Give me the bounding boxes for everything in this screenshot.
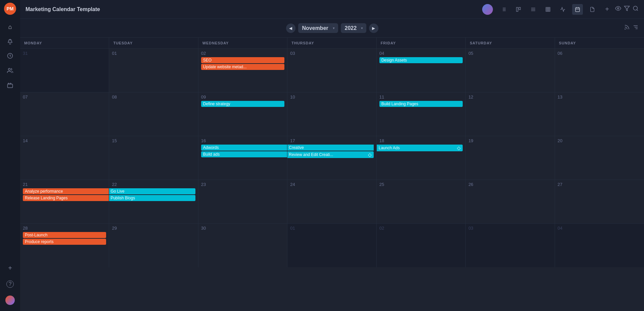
cal-day-nov07[interactable]: 07 xyxy=(20,92,109,136)
calendar-nav: ◀ November 2022 ▶ xyxy=(20,19,644,38)
svg-point-28 xyxy=(625,29,626,30)
activity-view-icon[interactable] xyxy=(557,4,568,15)
cal-day-nov26[interactable]: 26 xyxy=(466,180,555,223)
event-release-landing-pages[interactable]: Release Landing Pages xyxy=(23,195,109,201)
doc-view-icon[interactable] xyxy=(587,4,598,15)
cal-day-nov03[interactable]: 03 xyxy=(287,49,376,92)
svg-line-27 xyxy=(637,9,638,10)
event-define-strategy[interactable]: Define strategy xyxy=(201,101,284,107)
page-title: Marketing Calendar Template xyxy=(26,6,477,12)
cal-day-nov23[interactable]: 23 xyxy=(198,180,287,223)
sidebar-item-notifications[interactable] xyxy=(3,35,17,48)
event-label: Launch Ads xyxy=(379,146,400,150)
cal-day-nov21[interactable]: 21 Analyze performance Release Landing P… xyxy=(20,180,109,223)
year-select[interactable]: 2022 xyxy=(341,23,366,33)
event-build-ads[interactable]: Build ads xyxy=(201,151,287,157)
cal-day-nov19[interactable]: 19 xyxy=(466,136,555,180)
calendar-header: MONDAY TUESDAY WEDNESDAY THURSDAY FRIDAY… xyxy=(20,38,644,49)
day-number: 26 xyxy=(468,182,552,187)
cal-day-nov24[interactable]: 24 xyxy=(287,180,376,223)
event-adwords[interactable]: Adwords xyxy=(201,145,287,151)
cal-day-nov01[interactable]: 01 xyxy=(109,49,198,92)
event-update-website[interactable]: Update website metad... xyxy=(201,64,284,70)
cal-day-nov29[interactable]: 29 xyxy=(109,224,198,267)
cal-day-nov09[interactable]: 09 Define strategy xyxy=(198,92,287,136)
sidebar-item-projects[interactable] xyxy=(3,79,17,93)
event-analyze-performance[interactable]: Analyze performance xyxy=(23,188,109,194)
timeline-view-icon[interactable] xyxy=(528,4,539,15)
event-go-live[interactable]: Go Live xyxy=(109,188,195,194)
cal-day-nov05[interactable]: 05 xyxy=(466,49,555,92)
day-number: 31 xyxy=(23,51,106,56)
month-select[interactable]: November xyxy=(298,23,338,33)
home-icon: ⌂ xyxy=(8,24,12,31)
event-design-assets[interactable]: Design Assets xyxy=(379,57,463,63)
calendar-view-icon[interactable] xyxy=(572,4,583,15)
add-view-icon[interactable]: + xyxy=(602,4,612,15)
event-produce-reports[interactable]: Produce reports xyxy=(23,239,106,245)
cal-day-nov20[interactable]: 20 xyxy=(555,136,644,180)
event-build-landing-pages[interactable]: Build Landing Pages xyxy=(379,101,463,107)
filter-icon[interactable] xyxy=(624,5,630,13)
settings-icon[interactable] xyxy=(633,24,639,32)
prev-month-button[interactable]: ◀ xyxy=(286,24,295,33)
sidebar-item-recent[interactable] xyxy=(3,50,17,63)
cal-day-nov10[interactable]: 10 xyxy=(287,92,376,136)
cal-day-nov15[interactable]: 15 xyxy=(109,136,198,180)
topbar-right-icons xyxy=(615,5,639,13)
app-logo[interactable]: PM xyxy=(4,3,16,15)
cal-day-dec04[interactable]: 04 xyxy=(555,224,644,267)
svg-point-2 xyxy=(8,68,10,70)
sidebar-item-home[interactable]: ⌂ xyxy=(3,20,17,34)
calendar-week-3: 14 15 16 Adwords Build ads 17 Creative R… xyxy=(20,136,644,180)
sidebar-item-add[interactable]: + xyxy=(3,261,17,275)
day-number: 23 xyxy=(201,182,284,187)
sidebar-item-team[interactable] xyxy=(3,65,17,78)
day-number: 03 xyxy=(468,226,552,231)
topbar-avatar xyxy=(482,4,493,15)
sidebar-item-help[interactable]: ? xyxy=(3,277,17,291)
event-publish-blogs[interactable]: Publish Blogs xyxy=(109,195,195,201)
event-seo[interactable]: SEO xyxy=(201,57,284,63)
rss-icon[interactable] xyxy=(624,24,630,32)
event-creative[interactable]: Creative xyxy=(287,145,373,151)
eye-icon[interactable] xyxy=(615,5,621,13)
cal-day-dec01[interactable]: 01 xyxy=(287,224,376,267)
calendar-grid: MONDAY TUESDAY WEDNESDAY THURSDAY FRIDAY… xyxy=(20,38,644,311)
svg-rect-20 xyxy=(576,7,580,11)
table-view-icon[interactable] xyxy=(543,4,553,15)
event-post-launch[interactable]: Post-Launch xyxy=(23,232,106,238)
cal-day-nov13[interactable]: 13 xyxy=(555,92,644,136)
cal-day-nov14[interactable]: 14 xyxy=(20,136,109,180)
cal-day-nov12[interactable]: 12 xyxy=(466,92,555,136)
recent-icon xyxy=(7,53,13,61)
day-number: 16 xyxy=(201,138,284,143)
cal-day-nov18[interactable]: 18 Launch Ads ◇ xyxy=(377,136,466,180)
board-view-icon[interactable] xyxy=(513,4,524,15)
next-month-button[interactable]: ▶ xyxy=(369,24,378,33)
day-number: 01 xyxy=(112,51,195,56)
search-icon[interactable] xyxy=(633,5,639,13)
cal-day-nov11[interactable]: 11 Build Landing Pages xyxy=(377,92,466,136)
day-number: 24 xyxy=(290,182,373,187)
cal-day-dec02[interactable]: 02 xyxy=(377,224,466,267)
cal-day-nov06[interactable]: 06 xyxy=(555,49,644,92)
cal-day-nov28[interactable]: 28 Post-Launch Produce reports xyxy=(20,224,109,267)
header-sunday: SUNDAY xyxy=(555,38,644,48)
cal-day-oct31[interactable]: 31 xyxy=(20,49,109,92)
sidebar-item-user[interactable] xyxy=(3,294,17,307)
cal-day-nov27[interactable]: 27 xyxy=(555,180,644,223)
cal-day-dec03[interactable]: 03 xyxy=(466,224,555,267)
cal-day-nov22[interactable]: 22 Go Live Publish Blogs xyxy=(109,180,198,223)
cal-day-nov04[interactable]: 04 Design Assets xyxy=(377,49,466,92)
cal-day-nov30[interactable]: 30 xyxy=(198,224,287,267)
cal-day-nov02[interactable]: 02 SEO Update website metad... xyxy=(198,49,287,92)
event-review-edit[interactable]: Review and Edit Creati... ◇ xyxy=(287,151,373,158)
cal-day-nov08[interactable]: 08 xyxy=(109,92,198,136)
cal-day-nov16[interactable]: 16 Adwords Build ads xyxy=(198,136,287,180)
list-view-icon[interactable] xyxy=(498,4,509,15)
event-launch-ads[interactable]: Launch Ads ◇ xyxy=(377,145,463,151)
cal-day-nov17[interactable]: 17 Creative Review and Edit Creati... ◇ xyxy=(287,136,376,180)
sidebar: PM ⌂ + ? xyxy=(0,0,20,311)
cal-day-nov25[interactable]: 25 xyxy=(377,180,466,223)
